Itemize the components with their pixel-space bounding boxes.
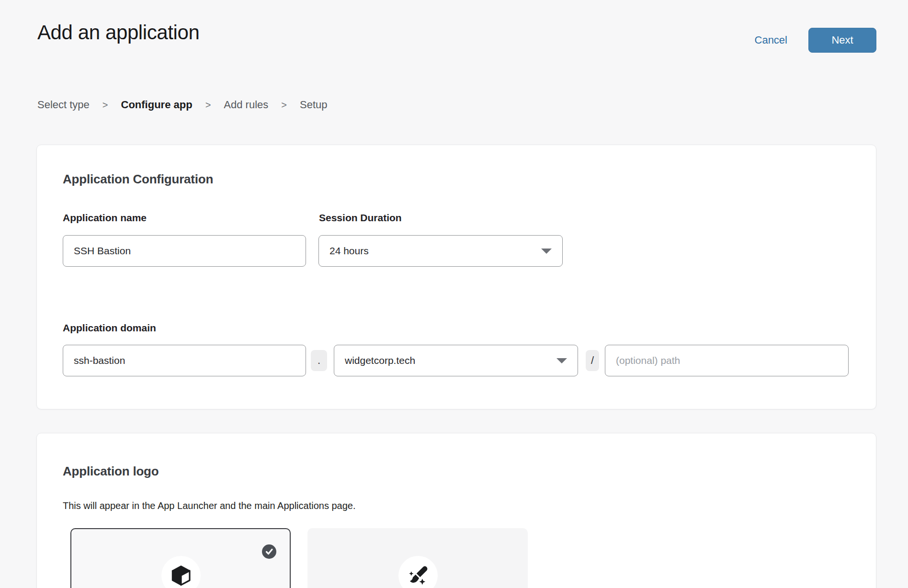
application-domain-label: Application domain [63, 322, 156, 334]
selected-check-icon [262, 544, 276, 559]
application-name-label: Application name [63, 212, 147, 224]
session-duration-label: Session Duration [319, 212, 402, 224]
step-add-rules[interactable]: Add rules [224, 99, 268, 111]
header-actions: Cancel Next [755, 28, 876, 53]
custom-logo-circle [398, 556, 438, 588]
dot-separator: . [311, 350, 327, 371]
step-setup[interactable]: Setup [300, 99, 328, 111]
paintbrush-sparkles-icon [407, 565, 429, 587]
application-logo-card: Application logo This will appear in the… [36, 433, 876, 588]
chevron-right-icon: > [205, 100, 211, 111]
session-duration-value: 24 hours [329, 245, 369, 257]
session-duration-select[interactable]: 24 hours [318, 235, 563, 267]
chevron-right-icon: > [281, 100, 287, 111]
application-name-input[interactable] [63, 235, 306, 267]
logo-card-heading: Application logo [63, 464, 159, 479]
logo-option-custom[interactable] [307, 528, 528, 588]
add-application-page: Add an application Cancel Next Select ty… [0, 0, 908, 588]
slash-separator: / [586, 350, 599, 371]
config-card-heading: Application Configuration [63, 172, 213, 187]
domain-select[interactable]: widgetcorp.tech [334, 345, 578, 376]
breadcrumb: Select type > Configure app > Add rules … [37, 99, 327, 111]
path-input[interactable] [605, 345, 849, 376]
step-select-type[interactable]: Select type [37, 99, 90, 111]
chevron-down-icon [556, 358, 567, 363]
chevron-down-icon [541, 249, 552, 254]
cancel-button[interactable]: Cancel [755, 34, 787, 46]
logo-card-description: This will appear in the App Launcher and… [63, 500, 356, 511]
chevron-right-icon: > [102, 100, 108, 111]
step-configure-app[interactable]: Configure app [121, 99, 193, 111]
subdomain-input[interactable] [63, 345, 306, 376]
application-configuration-card: Application Configuration Application na… [36, 145, 876, 409]
domain-value: widgetcorp.tech [345, 355, 415, 366]
default-logo-circle [161, 556, 201, 588]
next-button[interactable]: Next [808, 28, 876, 53]
logo-option-default[interactable] [70, 528, 291, 588]
cube-icon [170, 564, 193, 587]
page-title: Add an application [37, 21, 199, 44]
